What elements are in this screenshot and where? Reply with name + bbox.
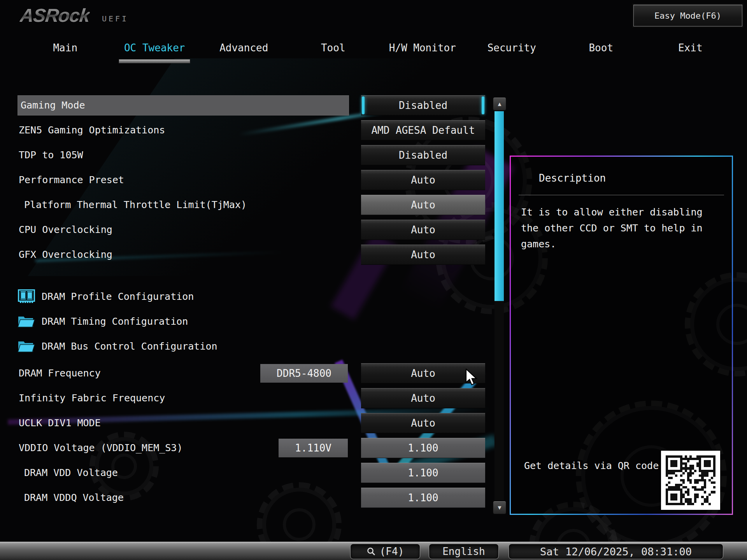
tab-tool[interactable]: Tool (289, 39, 378, 67)
scrollbar-thumb[interactable] (494, 111, 504, 301)
setting-label: Infinity Fabric Frequency (19, 388, 165, 408)
active-tab-underline (119, 59, 190, 63)
uefi-label: UEFI (102, 14, 128, 23)
datetime-display: Sat 12/06/2025, 08:31:00 (509, 544, 723, 559)
setting-label: Performance Preset (19, 170, 124, 190)
value-dram-vdd-voltage[interactable]: 1.100 (361, 463, 485, 483)
tab-advanced[interactable]: Advanced (199, 39, 289, 67)
qr-code (661, 451, 720, 510)
tab-label: Security (487, 42, 536, 54)
scroll-down-button[interactable]: ▼ (493, 501, 506, 514)
selected-row-highlight[interactable]: Gaming Mode (18, 95, 349, 116)
mouse-cursor (465, 369, 479, 388)
setting-label: DRAM VDDQ Voltage (24, 488, 124, 508)
tab-oc-tweaker[interactable]: OC Tweaker (110, 39, 200, 67)
tab-label: Boot (589, 42, 613, 54)
list-spacer (18, 270, 485, 286)
setting-label: Gaming Mode (21, 95, 85, 116)
setting-label: GFX Overclocking (19, 245, 112, 265)
value-gfx-overclocking[interactable]: Auto (361, 245, 485, 265)
scroll-up-button[interactable]: ▲ (493, 97, 506, 110)
setting-row-vddio-voltage-vddio-mem-s3: VDDIO Voltage (VDDIO_MEM_S3)1.110V1.100 (18, 438, 485, 458)
setting-label: UCLK DIV1 MODE (19, 413, 101, 433)
setting-row-gaming-mode: Gaming ModeDisabled (18, 95, 485, 116)
tab-exit[interactable]: Exit (646, 39, 735, 67)
setting-label: DRAM Timing Configuration (42, 316, 188, 327)
folder-icon (18, 339, 35, 354)
setting-row-cpu-overclocking: CPU OverclockingAuto (18, 220, 485, 240)
description-title: Description (539, 172, 606, 184)
info-vddio-voltage-vddio-mem-s3: 1.110V (279, 439, 348, 457)
qr-caption: Get details via QR code (524, 458, 660, 474)
setting-row-zen5-gaming-optimizations: ZEN5 Gaming OptimizationsAMD AGESA Defau… (18, 120, 485, 140)
tab-label: H/W Monitor (389, 42, 456, 54)
tab-main[interactable]: Main (21, 39, 110, 67)
value-tdp-to-105w[interactable]: Disabled (361, 145, 485, 165)
search-icon (366, 547, 376, 556)
scroll-up-icon: ▲ (498, 100, 501, 107)
value-dram-vddq-voltage[interactable]: 1.100 (361, 488, 485, 508)
value-platform-thermal-throttle-limit-tjmax[interactable]: Auto (361, 195, 485, 215)
setting-row-infinity-fabric-frequency: Infinity Fabric FrequencyAuto (18, 388, 485, 408)
setting-row-dram-profile-configuration[interactable]: DRAM Profile Configuration (18, 286, 485, 306)
setting-row-dram-frequency: DRAM FrequencyDDR5-4800Auto (18, 363, 485, 383)
value-performance-preset[interactable]: Auto (361, 170, 485, 190)
setting-label: ZEN5 Gaming Optimizations (19, 120, 165, 140)
setting-row-performance-preset: Performance PresetAuto (18, 170, 485, 190)
setting-row-dram-bus-control-configuration[interactable]: DRAM Bus Control Configuration (18, 336, 485, 356)
tab-label: OC Tweaker (124, 42, 185, 54)
setting-label: CPU Overclocking (19, 220, 112, 240)
tab-label: Exit (678, 42, 703, 54)
setting-row-tdp-to-105w: TDP to 105WDisabled (18, 145, 485, 165)
setting-label: DRAM Profile Configuration (42, 291, 194, 302)
dram-modules-icon (18, 289, 35, 304)
description-body: It is to allow either disabling the othe… (521, 204, 712, 252)
status-bar: (F4) English Sat 12/06/2025, 08:31:00 (0, 542, 747, 560)
setting-row-uclk-div1-mode: UCLK DIV1 MODEAuto (18, 413, 485, 433)
setting-row-dram-timing-configuration[interactable]: DRAM Timing Configuration (18, 311, 485, 331)
description-panel: Description It is to allow either disabl… (510, 156, 733, 515)
folder-icon (18, 314, 35, 329)
setting-label: DRAM Frequency (19, 363, 101, 383)
value-zen5-gaming-optimizations[interactable]: AMD AGESA Default (361, 120, 485, 140)
tab-label: Main (53, 42, 77, 54)
tab-boot[interactable]: Boot (556, 39, 646, 67)
setting-row-dram-vddq-voltage: DRAM VDDQ Voltage1.100 (18, 488, 485, 508)
nav-tabs: MainOC TweakerAdvancedToolH/W MonitorSec… (21, 39, 735, 67)
setting-label: DRAM VDD Voltage (24, 463, 118, 483)
settings-list: Gaming ModeDisabledZEN5 Gaming Optimizat… (18, 95, 485, 513)
value-gaming-mode[interactable]: Disabled (361, 95, 485, 116)
value-vddio-voltage-vddio-mem-s3[interactable]: 1.100 (361, 438, 485, 458)
search-shortcut-label: (F4) (380, 546, 404, 557)
setting-label: DRAM Bus Control Configuration (42, 341, 217, 352)
easy-mode-button[interactable]: Easy Mode(F6) (633, 5, 742, 26)
setting-row-platform-thermal-throttle-limit-tjmax: Platform Thermal Throttle Limit(TjMax)Au… (18, 195, 485, 215)
search-button[interactable]: (F4) (350, 544, 420, 559)
setting-label: VDDIO Voltage (VDDIO_MEM_S3) (19, 438, 182, 458)
description-divider (519, 195, 724, 195)
scroll-down-icon: ▼ (498, 504, 501, 511)
setting-label: TDP to 105W (19, 145, 83, 165)
language-button[interactable]: English (429, 544, 499, 559)
value-infinity-fabric-frequency[interactable]: Auto (361, 388, 485, 408)
value-uclk-div1-mode[interactable]: Auto (361, 413, 485, 433)
asrock-logo: ASRock (19, 5, 91, 26)
setting-row-gfx-overclocking: GFX OverclockingAuto (18, 245, 485, 265)
tab-label: Tool (321, 42, 345, 54)
info-dram-frequency: DDR5-4800 (260, 364, 348, 383)
tab-security[interactable]: Security (467, 39, 557, 67)
setting-label: Platform Thermal Throttle Limit(TjMax) (24, 195, 247, 215)
tab-h-w-monitor[interactable]: H/W Monitor (378, 39, 467, 67)
value-cpu-overclocking[interactable]: Auto (361, 220, 485, 240)
tab-label: Advanced (219, 42, 268, 54)
qr-section: Get details via QR code (523, 451, 721, 511)
setting-row-dram-vdd-voltage: DRAM VDD Voltage1.100 (18, 463, 485, 483)
